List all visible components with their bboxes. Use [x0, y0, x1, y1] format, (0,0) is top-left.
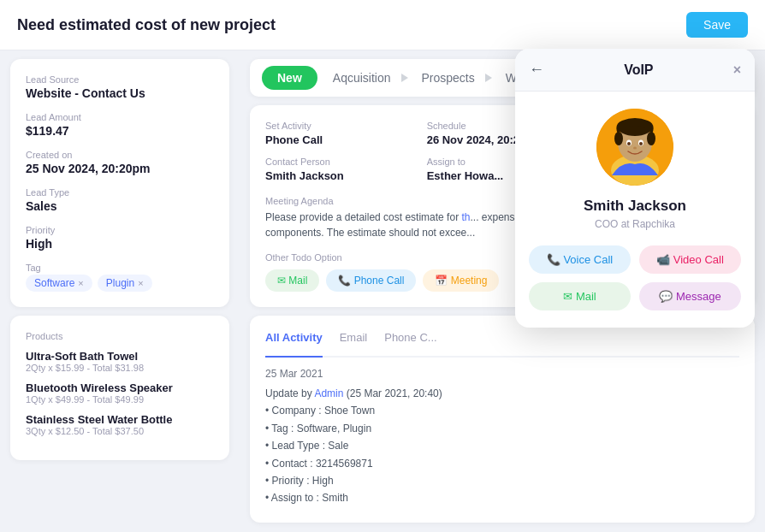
tab-new[interactable]: New	[262, 66, 317, 90]
product-detail-2: 1Qty x $49.99 - Total $49.99	[26, 394, 214, 405]
created-on-label: Created on	[26, 150, 214, 160]
voip-header: ← VoIP ×	[515, 49, 755, 92]
voice-call-button[interactable]: 📞 Voice Call	[529, 245, 631, 274]
lead-amount-label: Lead Amount	[26, 112, 214, 122]
set-activity-label: Set Activity	[265, 121, 417, 131]
contact-person-label: Contact Person	[265, 157, 417, 167]
todo-meeting-button[interactable]: 📅 Meeting	[423, 269, 499, 292]
lead-info-card: Lead Source Website - Contact Us Lead Am…	[10, 59, 229, 307]
product-detail-3: 3Qty x $12.50 - Total $37.50	[26, 426, 214, 436]
products-label: Products	[26, 331, 214, 341]
product-detail-1: 2Qty x $15.99 - Total $31.98	[26, 363, 214, 373]
contact-person-value: Smith Jackson	[265, 169, 417, 182]
product-item-2: Bluetooth Wireless Speaker 1Qty x $49.99…	[26, 381, 214, 405]
product-name-2: Bluetooth Wireless Speaker	[26, 381, 214, 394]
header: Need estimated cost of new project Save	[0, 0, 765, 50]
svg-point-5	[647, 132, 655, 145]
voip-person-role: COO at Rapchika	[595, 218, 675, 230]
activity-log-tabs: All Activity Email Phone C...	[265, 331, 739, 358]
priority-label: Priority	[26, 225, 214, 235]
act-tab-all[interactable]: All Activity	[265, 331, 323, 358]
voip-person-name: Smith Jackson	[584, 198, 686, 215]
tag-software: Software ×	[26, 275, 92, 292]
priority-row: Priority High	[26, 225, 214, 251]
save-button[interactable]: Save	[686, 12, 748, 38]
todo-phone-button[interactable]: 📞 Phone Call	[326, 269, 416, 292]
voip-message-button[interactable]: 💬 Message	[639, 282, 741, 310]
log-date: 25 Mar 2021	[265, 368, 739, 380]
lead-source-label: Lead Source	[26, 74, 214, 85]
product-item-3: Stainless Steel Water Bottle 3Qty x $12.…	[26, 413, 214, 436]
created-on-value: 25 Nov 2024, 20:20pm	[26, 162, 214, 175]
act-tab-email[interactable]: Email	[340, 331, 368, 349]
lead-type-row: Lead Type Sales	[26, 187, 214, 213]
product-name-1: Ultra-Soft Bath Towel	[26, 350, 214, 363]
tag-plugin-remove[interactable]: ×	[138, 278, 143, 288]
voip-mail-button[interactable]: ✉ Mail	[529, 282, 631, 310]
lead-source-value: Website - Contact Us	[26, 86, 214, 100]
set-activity-field: Set Activity Phone Call	[265, 121, 417, 146]
act-tab-phone[interactable]: Phone C...	[384, 331, 436, 349]
voip-actions: 📞 Voice Call 📹 Video Call ✉ Mail 💬 Messa…	[529, 245, 741, 310]
tag-row: Tag Software × Plugin ×	[26, 263, 214, 292]
lead-amount-row: Lead Amount $119.47	[26, 112, 214, 138]
admin-link[interactable]: Admin	[314, 387, 343, 399]
svg-point-4	[614, 132, 623, 145]
svg-point-10	[633, 147, 637, 150]
voip-title: VoIP	[624, 62, 653, 78]
tab-acquisition[interactable]: Aqcuisition	[317, 66, 406, 90]
products-card: Products Ultra-Soft Bath Towel 2Qty x $1…	[10, 316, 229, 460]
voip-close-button[interactable]: ×	[733, 62, 741, 78]
tag-plugin: Plugin ×	[98, 275, 152, 292]
tags-container: Software × Plugin ×	[26, 275, 214, 292]
tab-prospects[interactable]: Prospects	[406, 66, 490, 90]
product-name-3: Stainless Steel Water Bottle	[26, 413, 214, 426]
priority-value: High	[26, 237, 214, 251]
activity-log-card: All Activity Email Phone C... 25 Mar 202…	[250, 316, 755, 523]
lead-type-label: Lead Type	[26, 187, 214, 198]
avatar	[596, 109, 673, 186]
lead-type-value: Sales	[26, 199, 214, 213]
svg-point-9	[639, 142, 643, 145]
voip-modal: ← VoIP ×	[515, 49, 755, 328]
left-panel: Lead Source Website - Contact Us Lead Am…	[0, 50, 240, 532]
lead-amount-value: $119.47	[26, 124, 214, 138]
set-activity-value: Phone Call	[265, 133, 417, 146]
product-item-1: Ultra-Soft Bath Towel 2Qty x $15.99 - To…	[26, 350, 214, 373]
video-call-button[interactable]: 📹 Video Call	[639, 245, 741, 274]
svg-point-8	[627, 142, 631, 145]
contact-person-field: Contact Person Smith Jackson	[265, 157, 417, 182]
log-entry: Update by Admin (25 Mar 2021, 20:40) • C…	[265, 385, 739, 507]
voip-back-button[interactable]: ←	[529, 61, 544, 79]
lead-source-row: Lead Source Website - Contact Us	[26, 74, 214, 100]
voip-body: Smith Jackson COO at Rapchika 📞 Voice Ca…	[515, 92, 755, 328]
todo-mail-button[interactable]: ✉ Mail	[265, 269, 319, 292]
created-on-row: Created on 25 Nov 2024, 20:20pm	[26, 150, 214, 175]
tag-label: Tag	[26, 263, 214, 273]
page-title: Need estimated cost of new project	[17, 16, 276, 34]
tag-software-remove[interactable]: ×	[78, 278, 83, 288]
